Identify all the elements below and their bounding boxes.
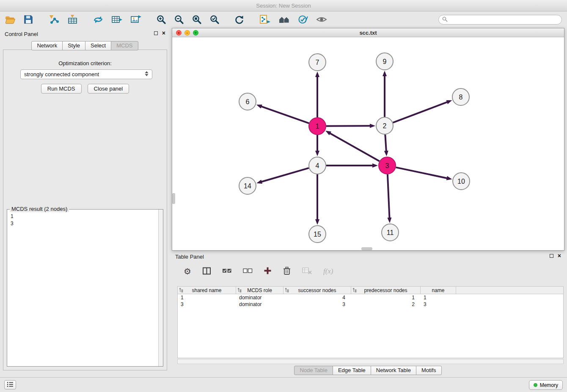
delete-table-button[interactable]	[301, 266, 314, 277]
open-file-button[interactable]	[3, 14, 17, 27]
table-cell[interactable]: 1	[421, 294, 456, 301]
graph-node-2[interactable]: 2	[376, 117, 393, 134]
graph-node-9[interactable]: 9	[376, 53, 393, 70]
close-window-icon[interactable]: ×	[176, 30, 182, 36]
node-table-header: shared name MCDS role successor nodes pr…	[178, 287, 563, 294]
graph-edge[interactable]	[396, 167, 448, 178]
run-mcds-button[interactable]: Run MCDS	[41, 84, 82, 94]
zoom-in-button[interactable]	[155, 14, 168, 27]
minimize-window-icon[interactable]: −	[184, 30, 190, 36]
save-session-button[interactable]	[22, 14, 35, 27]
export-network-button[interactable]	[91, 14, 105, 27]
graph-edge-arrowhead	[370, 124, 375, 128]
task-history-button[interactable]	[4, 380, 16, 389]
search-field[interactable]	[438, 15, 562, 25]
import-table-button[interactable]	[66, 14, 80, 27]
graph-node-6[interactable]: 6	[239, 93, 256, 110]
table-cell[interactable]: dominator	[236, 294, 284, 301]
graph-node-3[interactable]: 3	[379, 157, 396, 174]
tab-mcds[interactable]: MCDS	[111, 41, 138, 50]
add-row-button[interactable]	[262, 266, 273, 277]
vertical-scrollbar-thumb[interactable]	[172, 193, 175, 204]
table-horizontal-scrollbar[interactable]	[177, 359, 564, 364]
network-graph[interactable]: 7968124310141511	[172, 37, 564, 250]
import-network-button[interactable]	[47, 14, 61, 27]
file-toolbar-group	[3, 14, 35, 27]
graph-edge[interactable]	[385, 135, 386, 152]
column-visibility-icon	[202, 267, 211, 276]
table-cell[interactable]: 3	[284, 301, 351, 308]
graph-node-11[interactable]: 11	[382, 224, 399, 241]
tab-edge-table[interactable]: Edge Table	[333, 366, 371, 375]
column-header-name[interactable]: name	[421, 287, 456, 294]
graph-node-1[interactable]: 1	[309, 118, 326, 135]
column-header-successor-nodes[interactable]: successor nodes	[284, 287, 351, 294]
graph-node-14[interactable]: 14	[239, 177, 256, 194]
table-row[interactable]: 3dominator323	[178, 301, 563, 308]
zoom-fit-button[interactable]	[190, 14, 203, 27]
table-cell[interactable]: dominator	[236, 301, 284, 308]
tab-network-table[interactable]: Network Table	[371, 366, 416, 375]
graph-edge[interactable]	[326, 126, 371, 126]
graph-edge-arrowhead	[315, 72, 319, 77]
network-view-window: × − + scc.txt 7968124310141511	[172, 28, 564, 251]
deselect-all-button[interactable]	[242, 266, 254, 276]
tab-style[interactable]: Style	[62, 41, 85, 50]
criterion-select[interactable]: strongly connected component	[20, 69, 152, 79]
task-list-icon	[7, 381, 14, 389]
close-table-panel-icon[interactable]: ×	[558, 254, 561, 258]
graph-edge[interactable]	[388, 174, 390, 218]
maximize-window-icon[interactable]: +	[193, 30, 198, 36]
delete-row-button[interactable]	[281, 265, 292, 277]
column-header-shared-name[interactable]: shared name	[178, 287, 236, 294]
criterion-select-value: strongly connected component	[24, 71, 99, 77]
graph-node-15[interactable]: 15	[309, 226, 326, 243]
tab-network[interactable]: Network	[31, 41, 63, 50]
column-header-predecessor-nodes[interactable]: predecessor nodes	[351, 287, 421, 294]
network-document-button[interactable]	[258, 14, 272, 27]
graph-edge[interactable]	[393, 102, 448, 123]
table-cell[interactable]: 2	[351, 301, 421, 308]
tab-select[interactable]: Select	[85, 41, 111, 50]
table-settings-button[interactable]: ⚙	[182, 266, 193, 276]
network-window-titlebar[interactable]: × − + scc.txt	[172, 28, 564, 37]
refresh-button[interactable]	[233, 14, 246, 27]
zoom-selected-button[interactable]	[208, 14, 221, 27]
function-builder-button[interactable]: f(x)	[322, 266, 335, 276]
export-image-button[interactable]	[129, 14, 143, 27]
table-row[interactable]: 1dominator411	[178, 294, 563, 301]
float-table-panel-icon[interactable]	[550, 254, 553, 258]
graph-edge[interactable]	[261, 106, 309, 123]
table-cell[interactable]: 3	[178, 301, 236, 308]
home-button[interactable]	[277, 14, 292, 27]
tab-node-table[interactable]: Node Table	[294, 366, 333, 375]
graph-edge[interactable]	[261, 168, 309, 182]
network-canvas[interactable]: 7968124310141511	[172, 37, 564, 250]
graph-node-10[interactable]: 10	[453, 173, 470, 190]
graph-node-8[interactable]: 8	[452, 88, 469, 105]
export-table-button[interactable]	[110, 14, 124, 27]
graph-node-4[interactable]: 4	[309, 157, 326, 174]
table-cell[interactable]: 3	[421, 301, 456, 308]
result-scrollbar[interactable]	[158, 210, 163, 366]
column-visibility-button[interactable]	[201, 266, 212, 277]
horizontal-scrollbar-thumb[interactable]	[361, 247, 372, 250]
mcds-result-text[interactable]: 1 3	[7, 210, 158, 366]
close-panel-icon[interactable]: ×	[162, 31, 165, 36]
float-panel-icon[interactable]	[154, 31, 158, 35]
close-panel-button[interactable]: Close panel	[88, 84, 129, 94]
column-header-mcds-role[interactable]: MCDS role	[236, 287, 284, 294]
show-graphics-button[interactable]	[315, 14, 328, 27]
graph-node-7[interactable]: 7	[309, 54, 326, 71]
apply-style-button[interactable]	[297, 14, 310, 27]
memory-button[interactable]: Memory	[529, 380, 563, 390]
select-all-button[interactable]	[221, 266, 233, 276]
table-cell[interactable]: 1	[351, 294, 421, 301]
table-cell[interactable]: 4	[284, 294, 351, 301]
tab-motifs[interactable]: Motifs	[416, 366, 442, 375]
table-cell[interactable]: 1	[178, 294, 236, 301]
window-titlebar[interactable]: Session: New Session	[0, 0, 567, 11]
graph-edge[interactable]	[330, 133, 380, 161]
search-input[interactable]	[450, 17, 556, 23]
zoom-out-button[interactable]	[173, 14, 185, 27]
